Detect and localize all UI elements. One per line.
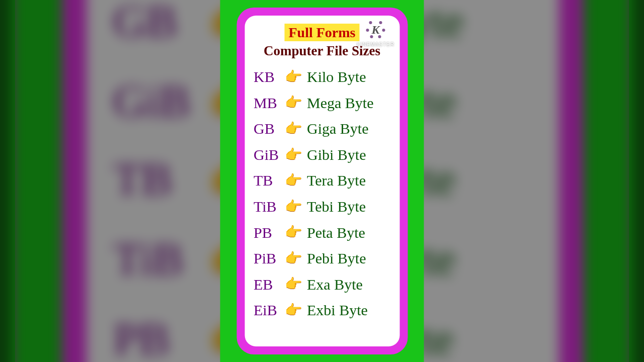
abbr-label: PiB (254, 245, 285, 272)
abbr-label: EB (254, 272, 285, 298)
abbr-label: PB (254, 220, 285, 246)
full-form-label: Tebi Byte (307, 194, 366, 220)
full-form-label: Kilo Byte (307, 64, 366, 90)
abbr-label: TiB (254, 194, 285, 220)
list-item: GiB 👉 Gibi Byte (254, 142, 390, 168)
pointer-icon: 👉 (285, 143, 307, 167)
list-item: GB 👉 Giga Byte (254, 116, 390, 142)
watermark-letter: K (371, 23, 379, 37)
abbr-label: PB (113, 299, 208, 362)
list-item: EB 👉 Exa Byte (254, 272, 390, 298)
pointer-icon: 👉 (285, 246, 307, 270)
watermark-circle-icon: K (364, 19, 386, 41)
list-item: TiB 👉 Tebi Byte (254, 194, 390, 220)
abbr-label: EiB (254, 297, 285, 323)
full-form-label: Mega Byte (307, 90, 373, 116)
pointer-icon: 👉 (285, 220, 307, 244)
card-frame: K KINEMASTER Full Forms Computer File Si… (236, 8, 408, 354)
full-form-label: Giga Byte (307, 116, 368, 142)
full-form-label: Exa Byte (307, 272, 363, 298)
pointer-icon: 👉 (285, 117, 307, 141)
pointer-icon: 👉 (285, 298, 307, 322)
watermark-text: KINEMASTER (357, 42, 394, 47)
file-size-list: KB 👉 Kilo Byte MB 👉 Mega Byte GB 👉 Giga … (254, 64, 390, 323)
abbr-label: GiB (113, 61, 208, 140)
full-form-label: Exbi Byte (307, 297, 368, 323)
portrait-column: K KINEMASTER Full Forms Computer File Si… (220, 0, 424, 362)
abbr-label: TB (254, 167, 285, 194)
list-item: TB 👉 Tera Byte (254, 167, 390, 194)
abbr-label: GB (254, 116, 285, 142)
abbr-label: MB (254, 90, 285, 116)
full-form-label: Tera Byte (307, 167, 366, 194)
abbr-label: TiB (113, 219, 208, 298)
full-form-label: Gibi Byte (307, 142, 366, 168)
pointer-icon: 👉 (285, 65, 307, 89)
pointer-icon: 👉 (285, 168, 307, 193)
abbr-label: GiB (254, 142, 285, 168)
abbr-label: KB (254, 64, 285, 90)
full-form-label: Peta Byte (307, 220, 365, 246)
list-item: KB 👉 Kilo Byte (254, 64, 390, 90)
full-form-label: Pebi Byte (307, 245, 366, 272)
pointer-icon: 👉 (285, 90, 307, 115)
pointer-icon: 👉 (285, 195, 307, 219)
kinemaster-watermark: K KINEMASTER (357, 19, 394, 47)
abbr-label: GB (113, 0, 208, 61)
page-title: Full Forms (285, 24, 360, 41)
content-card: K KINEMASTER Full Forms Computer File Si… (245, 16, 399, 346)
list-item: PiB 👉 Pebi Byte (254, 245, 390, 272)
stage: Full Forms Computer File Sizes KB 👉 Kilo… (0, 0, 644, 362)
abbr-label: TB (113, 140, 208, 219)
list-item: PB 👉 Peta Byte (254, 220, 390, 246)
list-item: EiB 👉 Exbi Byte (254, 297, 390, 323)
list-item: MB 👉 Mega Byte (254, 90, 390, 116)
pointer-icon: 👉 (285, 272, 307, 296)
